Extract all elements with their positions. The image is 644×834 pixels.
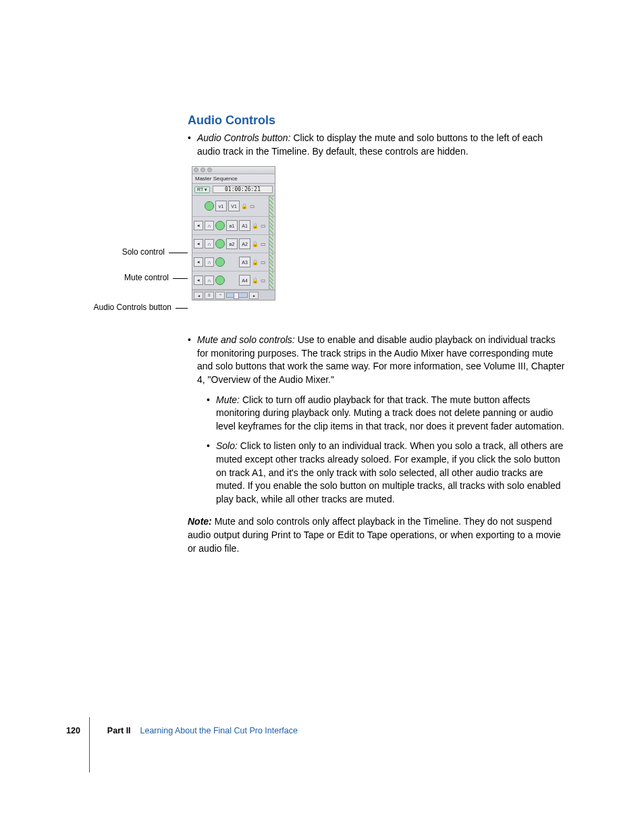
audible-toggle-icon[interactable] [215,239,225,249]
callout-mute: Mute control [124,273,188,282]
traffic-light-icon[interactable] [200,167,205,172]
scroll-right-button[interactable]: ▸ [249,292,259,299]
audio-controls-button[interactable]: ◂ [194,292,203,299]
mute-button[interactable]: ◂ [194,276,203,285]
dest-track-label[interactable]: A4 [239,275,250,286]
lock-icon[interactable]: 🔒 [252,276,259,284]
clip-edge [269,217,273,234]
callout-column: Solo control Mute control Audio Controls… [80,166,188,321]
dest-track-label[interactable]: A2 [239,238,250,249]
footer-text: Part II Learning About the Final Cut Pro… [107,726,298,735]
solo-button[interactable]: ∩ [205,276,214,285]
track-height-button[interactable]: ⌃ [215,292,225,299]
track-row-a3: ◂ ∩ A3 🔒 ▭ [192,253,275,271]
track-row-a4: ◂ ∩ A4 🔒 ▭ [192,271,275,290]
bullet-list-2: Mute and solo controls: Use to enable an… [188,334,566,506]
page: Audio Controls Audio Controls button: Cl… [0,0,644,834]
note-text: Mute and solo controls only affect playb… [188,516,561,553]
term: Audio Controls button: [197,132,291,143]
track-vis-icon[interactable]: ▭ [260,258,267,266]
bullet-text: Click to listen only to an individual tr… [216,440,563,504]
note-label: Note: [188,516,212,527]
part-label: Part II [107,726,131,735]
mute-button[interactable]: ◂ [194,239,203,249]
clip-edge [269,253,273,271]
track-row-a2: ◂ ∩ a2 A2 🔒 ▭ [192,235,275,253]
traffic-light-icon[interactable] [194,167,198,172]
term: Mute: [216,394,240,405]
visibility-toggle-icon[interactable] [205,201,214,211]
source-track-label[interactable]: a1 [226,220,238,231]
clip-edge [269,271,273,289]
part-title: Learning About the Final Cut Pro Interfa… [140,726,298,735]
track-row-v1: v1 V1 🔒 ▭ [192,196,275,217]
bullet-mute-solo-controls: Mute and solo controls: Use to enable an… [188,334,566,506]
clip-edge [269,196,273,216]
sub-bullet-mute: Mute: Click to turn off audio playback f… [207,394,566,434]
lock-icon[interactable]: 🔒 [241,202,248,210]
clip-overlays-button[interactable]: ≡ [205,292,214,299]
lock-icon[interactable]: 🔒 [252,258,259,266]
zoom-slider[interactable] [226,292,248,298]
audible-toggle-icon[interactable] [215,221,225,230]
content-column: Audio Controls Audio Controls button: Cl… [188,113,566,565]
track-vis-icon[interactable]: ▭ [260,221,267,230]
track-vis-icon[interactable]: ▭ [249,202,256,210]
term: Mute and solo controls: [197,334,295,345]
current-timecode[interactable]: 01:00:26:21 [213,186,273,193]
lock-icon[interactable]: 🔒 [252,240,259,248]
sub-bullet-solo: Solo: Click to listen only to an individ… [207,440,566,506]
window-titlebar [192,167,275,174]
note-paragraph: Note: Mute and solo controls only affect… [188,515,566,555]
sub-bullet-list: Mute: Click to turn off audio playback f… [207,394,566,506]
track-vis-icon[interactable]: ▭ [260,276,267,284]
mute-button[interactable]: ◂ [194,257,203,267]
callout-solo: Solo control [122,247,188,257]
solo-button[interactable]: ∩ [205,239,214,249]
term: Solo: [216,440,238,451]
bullet-list: Audio Controls button: Click to display … [188,132,566,158]
rt-popup-button[interactable]: RT ▾ [194,186,210,193]
audible-toggle-icon[interactable] [215,276,225,285]
page-footer: 120 Part II Learning About the Final Cut… [66,726,298,735]
clip-edge [269,235,273,253]
section-heading: Audio Controls [188,113,566,128]
dest-track-label[interactable]: A3 [239,257,250,267]
traffic-light-icon[interactable] [207,167,212,172]
dest-track-label[interactable]: A1 [239,220,250,231]
callout-audio-controls-button: Audio Controls button [94,303,188,312]
source-track-label[interactable]: v1 [215,201,227,211]
source-track-label[interactable]: a2 [226,238,238,249]
mute-button[interactable]: ◂ [194,221,203,230]
timeline-footer: ◂ ≡ ⌃ ▸ [192,290,275,300]
lock-icon[interactable]: 🔒 [252,221,259,230]
bullet-audio-controls-button: Audio Controls button: Click to display … [188,132,566,158]
figure: Solo control Mute control Audio Controls… [188,166,566,321]
track-row-a1: ◂ ∩ a1 A1 🔒 ▭ [192,217,275,235]
audible-toggle-icon[interactable] [215,257,225,267]
sequence-tab[interactable]: Master Sequence [192,174,275,184]
timeline-header: RT ▾ 01:00:26:21 [192,184,275,196]
page-number: 120 [66,726,80,735]
solo-button[interactable]: ∩ [205,257,214,267]
bullet-text: Click to turn off audio playback for tha… [216,394,564,432]
timeline-panel: Master Sequence RT ▾ 01:00:26:21 v1 V1 🔒… [192,166,275,301]
solo-button[interactable]: ∩ [205,221,214,230]
dest-track-label[interactable]: V1 [228,201,240,211]
track-vis-icon[interactable]: ▭ [260,240,267,248]
